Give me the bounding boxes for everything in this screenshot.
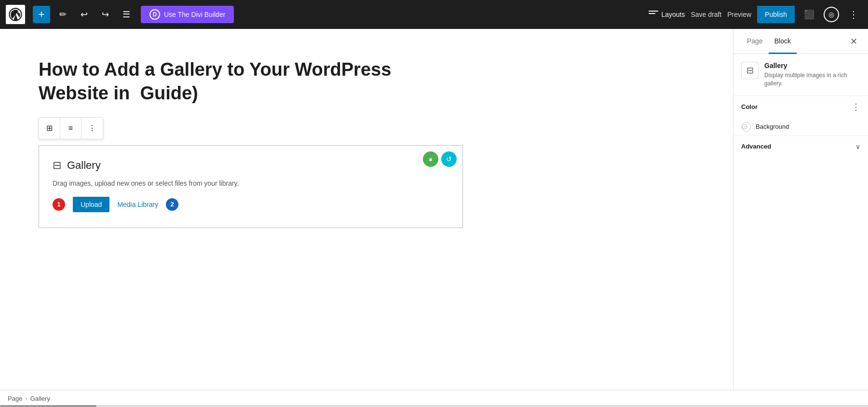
tools-button[interactable]: ✏ — [54, 6, 71, 23]
redo-button[interactable]: ↪ — [96, 6, 114, 23]
upload-button[interactable]: Upload — [73, 197, 109, 212]
block-info-text: Gallery Display multiple images in a ric… — [764, 62, 860, 88]
more-block-options-button[interactable]: ⋮ — [81, 118, 103, 139]
green-circle-icon: ● — [423, 151, 438, 167]
right-sidebar: Page Block ✕ ⊟ Gallery Display multiple … — [733, 29, 868, 390]
gallery-block: ● ↺ ⊟ Gallery Drag images, upload new on… — [39, 145, 463, 228]
publish-button[interactable]: Publish — [757, 6, 795, 23]
sidebar-close-button[interactable]: ✕ — [847, 35, 860, 48]
editor-area: How to Add a Gallery to Your WordPress W… — [0, 29, 733, 390]
breadcrumb-page[interactable]: Page — [8, 395, 22, 402]
list-icon: ☰ — [122, 9, 130, 20]
advanced-section-header[interactable]: Advanced ∨ — [733, 136, 868, 157]
gallery-drag-text: Drag images, upload new ones or select f… — [53, 179, 449, 187]
layouts-button[interactable]: Layouts — [649, 11, 685, 18]
pencil-icon: ✏ — [59, 9, 67, 20]
background-color-label: Background — [756, 123, 789, 130]
add-block-button[interactable]: + — [33, 6, 50, 23]
advanced-section: Advanced ∨ — [733, 136, 868, 157]
annotation-badge-1: 1 — [53, 198, 65, 211]
image-icon: ⊞ — [46, 123, 53, 133]
breadcrumb-separator: › — [25, 395, 27, 402]
preview-button[interactable]: Preview — [727, 11, 751, 18]
block-top-icons: ● ↺ — [423, 151, 457, 167]
image-view-button[interactable]: ⊞ — [39, 118, 60, 139]
gallery-block-title: Gallery — [67, 159, 101, 172]
post-title[interactable]: How to Add a Gallery to Your WordPress W… — [39, 58, 463, 106]
advanced-section-label: Advanced — [741, 143, 771, 150]
avatar-icon: ◎ — [828, 11, 834, 18]
block-info-icon: ⊟ — [741, 62, 759, 79]
ellipsis-icon: ⋮ — [849, 9, 858, 20]
user-avatar[interactable]: ◎ — [824, 7, 839, 22]
align-icon: ≡ — [68, 124, 73, 133]
block-toolbar: ⊞ ≡ ⋮ — [39, 117, 103, 139]
align-button[interactable]: ≡ — [60, 118, 81, 139]
layouts-icon — [649, 11, 658, 18]
save-draft-button[interactable]: Save draft — [691, 11, 721, 18]
svg-line-2 — [743, 125, 746, 128]
tab-block[interactable]: Block — [769, 29, 797, 54]
divi-builder-button[interactable]: GalleryD Use The Divi Builder — [141, 6, 234, 23]
block-name: Gallery — [764, 62, 860, 69]
plus-icon: + — [39, 8, 45, 21]
undo-button[interactable]: ↩ — [75, 6, 93, 23]
color-section-more-button[interactable]: ⋮ — [852, 102, 860, 112]
color-section-label: Color — [741, 103, 758, 110]
color-section: Color ⋮ Background — [733, 96, 868, 136]
sidebar-header: Page Block ✕ — [733, 29, 868, 54]
main-toolbar: + ✏ ↩ ↪ ☰ GalleryD Use The Divi Builder … — [0, 0, 868, 29]
toggle-sidebar-button[interactable]: ⬛ — [800, 6, 818, 23]
chevron-down-icon: ∨ — [855, 143, 860, 150]
color-section-header: Color ⋮ — [733, 96, 868, 118]
annotation-badge-2: 2 — [166, 198, 178, 211]
more-options-button[interactable]: ⋮ — [845, 6, 862, 23]
background-color-item[interactable]: Background — [733, 118, 868, 136]
gallery-block-icon: ⊟ — [53, 159, 61, 172]
divi-logo-icon: GalleryD — [149, 9, 160, 20]
layouts-label: Layouts — [661, 11, 685, 18]
toolbar-right: Layouts Save draft Preview Publish ⬛ ◎ ⋮ — [649, 6, 862, 23]
gallery-block-header: ⊟ Gallery — [53, 159, 449, 172]
main-layout: How to Add a Gallery to Your WordPress W… — [0, 29, 868, 390]
redo-icon: ↪ — [102, 9, 109, 20]
tab-page[interactable]: Page — [741, 29, 769, 54]
wp-logo[interactable] — [6, 5, 25, 24]
block-description: Display multiple images in a rich galler… — [764, 71, 860, 88]
sidebar-toggle-icon: ⬛ — [804, 9, 814, 20]
list-view-button[interactable]: ☰ — [118, 6, 135, 23]
undo-icon: ↩ — [81, 9, 88, 20]
dots-icon: ⋮ — [88, 123, 96, 133]
block-info-section: ⊟ Gallery Display multiple images in a r… — [733, 54, 868, 96]
gallery-actions: 1 Upload Media Library 2 — [53, 197, 449, 212]
bottom-bar: Page › Gallery — [0, 390, 868, 407]
media-library-link[interactable]: Media Library — [117, 201, 158, 208]
teal-circle-icon: ↺ — [441, 151, 457, 167]
disabled-circle-icon — [742, 122, 747, 132]
divi-builder-label: Use The Divi Builder — [164, 11, 225, 18]
background-color-circle — [741, 122, 751, 132]
breadcrumb-gallery: Gallery — [30, 395, 50, 402]
